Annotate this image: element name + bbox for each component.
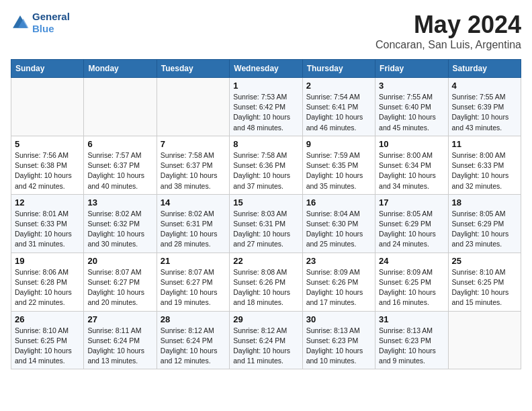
header-day-wednesday: Wednesday — [230, 60, 302, 78]
day-info: Sunrise: 8:05 AM Sunset: 6:29 PM Dayligh… — [452, 209, 517, 250]
header-day-monday: Monday — [84, 60, 157, 78]
day-number: 6 — [87, 139, 152, 149]
calendar-cell: 17Sunrise: 8:05 AM Sunset: 6:29 PM Dayli… — [375, 194, 448, 253]
calendar-table: SundayMondayTuesdayWednesdayThursdayFrid… — [11, 59, 521, 369]
day-info: Sunrise: 8:05 AM Sunset: 6:29 PM Dayligh… — [379, 209, 444, 250]
day-info: Sunrise: 8:07 AM Sunset: 6:27 PM Dayligh… — [87, 267, 152, 308]
calendar-cell: 26Sunrise: 8:10 AM Sunset: 6:25 PM Dayli… — [11, 311, 84, 369]
day-info: Sunrise: 7:58 AM Sunset: 6:37 PM Dayligh… — [161, 150, 226, 191]
day-number: 16 — [306, 197, 371, 208]
calendar-cell: 16Sunrise: 8:04 AM Sunset: 6:30 PM Dayli… — [302, 194, 375, 253]
calendar-cell: 9Sunrise: 7:59 AM Sunset: 6:35 PM Daylig… — [302, 136, 375, 194]
calendar-cell: 14Sunrise: 8:02 AM Sunset: 6:31 PM Dayli… — [157, 194, 229, 253]
day-info: Sunrise: 8:13 AM Sunset: 6:23 PM Dayligh… — [379, 326, 444, 367]
calendar-cell: 13Sunrise: 8:02 AM Sunset: 6:32 PM Dayli… — [84, 194, 157, 253]
calendar-cell: 21Sunrise: 8:07 AM Sunset: 6:27 PM Dayli… — [157, 253, 229, 311]
header-day-saturday: Saturday — [448, 60, 521, 78]
logo-text-line1: General — [32, 11, 70, 23]
day-number: 8 — [233, 139, 298, 149]
day-number: 28 — [161, 314, 226, 324]
calendar-week-row: 1Sunrise: 7:53 AM Sunset: 6:42 PM Daylig… — [11, 78, 521, 136]
day-number: 31 — [379, 314, 444, 324]
calendar-cell: 4Sunrise: 7:55 AM Sunset: 6:39 PM Daylig… — [448, 78, 521, 136]
day-number: 11 — [452, 139, 517, 149]
calendar-cell: 15Sunrise: 8:03 AM Sunset: 6:31 PM Dayli… — [230, 194, 302, 253]
calendar-cell: 10Sunrise: 8:00 AM Sunset: 6:34 PM Dayli… — [375, 136, 448, 194]
header-day-friday: Friday — [375, 60, 448, 78]
page-title: May 2024 — [375, 11, 521, 39]
page-subtitle: Concaran, San Luis, Argentina — [375, 39, 521, 51]
day-number: 23 — [306, 256, 371, 266]
header-day-thursday: Thursday — [302, 60, 375, 78]
logo: General Blue — [11, 11, 70, 35]
calendar-cell: 2Sunrise: 7:54 AM Sunset: 6:41 PM Daylig… — [302, 78, 375, 136]
calendar-week-row: 12Sunrise: 8:01 AM Sunset: 6:33 PM Dayli… — [11, 194, 521, 253]
day-info: Sunrise: 7:53 AM Sunset: 6:42 PM Dayligh… — [233, 92, 298, 133]
day-number: 30 — [306, 314, 371, 324]
day-info: Sunrise: 8:02 AM Sunset: 6:32 PM Dayligh… — [87, 209, 152, 250]
day-number: 20 — [87, 256, 152, 266]
calendar-header-row: SundayMondayTuesdayWednesdayThursdayFrid… — [11, 60, 521, 78]
day-info: Sunrise: 7:59 AM Sunset: 6:35 PM Dayligh… — [306, 150, 371, 191]
day-info: Sunrise: 8:04 AM Sunset: 6:30 PM Dayligh… — [306, 209, 371, 250]
calendar-week-row: 5Sunrise: 7:56 AM Sunset: 6:38 PM Daylig… — [11, 136, 521, 194]
calendar-cell — [84, 78, 157, 136]
day-number: 24 — [379, 256, 444, 266]
calendar-cell: 30Sunrise: 8:13 AM Sunset: 6:23 PM Dayli… — [302, 311, 375, 369]
day-info: Sunrise: 7:56 AM Sunset: 6:38 PM Dayligh… — [15, 150, 80, 191]
day-info: Sunrise: 8:00 AM Sunset: 6:33 PM Dayligh… — [452, 150, 517, 191]
calendar-cell: 3Sunrise: 7:55 AM Sunset: 6:40 PM Daylig… — [375, 78, 448, 136]
day-number: 7 — [161, 139, 226, 149]
calendar-cell: 18Sunrise: 8:05 AM Sunset: 6:29 PM Dayli… — [448, 194, 521, 253]
calendar-cell: 27Sunrise: 8:11 AM Sunset: 6:24 PM Dayli… — [84, 311, 157, 369]
calendar-cell: 20Sunrise: 8:07 AM Sunset: 6:27 PM Dayli… — [84, 253, 157, 311]
day-number: 29 — [233, 314, 298, 324]
day-info: Sunrise: 8:02 AM Sunset: 6:31 PM Dayligh… — [161, 209, 226, 250]
day-info: Sunrise: 7:55 AM Sunset: 6:39 PM Dayligh… — [452, 92, 517, 133]
calendar-cell: 7Sunrise: 7:58 AM Sunset: 6:37 PM Daylig… — [157, 136, 229, 194]
day-info: Sunrise: 8:06 AM Sunset: 6:28 PM Dayligh… — [15, 267, 80, 308]
calendar-cell: 8Sunrise: 7:58 AM Sunset: 6:36 PM Daylig… — [230, 136, 302, 194]
calendar-week-row: 19Sunrise: 8:06 AM Sunset: 6:28 PM Dayli… — [11, 253, 521, 311]
calendar-cell: 25Sunrise: 8:10 AM Sunset: 6:25 PM Dayli… — [448, 253, 521, 311]
day-number: 18 — [452, 197, 517, 208]
header-day-sunday: Sunday — [11, 60, 84, 78]
day-info: Sunrise: 8:09 AM Sunset: 6:25 PM Dayligh… — [379, 267, 444, 308]
calendar-cell: 23Sunrise: 8:09 AM Sunset: 6:26 PM Dayli… — [302, 253, 375, 311]
day-number: 13 — [87, 197, 152, 208]
title-area: May 2024 Concaran, San Luis, Argentina — [375, 11, 521, 51]
day-number: 5 — [15, 139, 80, 149]
calendar-week-row: 26Sunrise: 8:10 AM Sunset: 6:25 PM Dayli… — [11, 311, 521, 369]
header: General Blue May 2024 Concaran, San Luis… — [11, 11, 521, 51]
calendar-cell: 28Sunrise: 8:12 AM Sunset: 6:24 PM Dayli… — [157, 311, 229, 369]
day-number: 4 — [452, 81, 517, 91]
calendar-cell: 1Sunrise: 7:53 AM Sunset: 6:42 PM Daylig… — [230, 78, 302, 136]
day-info: Sunrise: 8:09 AM Sunset: 6:26 PM Dayligh… — [306, 267, 371, 308]
day-number: 2 — [306, 81, 371, 91]
calendar-cell — [157, 78, 229, 136]
day-number: 19 — [15, 256, 80, 266]
day-number: 26 — [15, 314, 80, 324]
day-number: 27 — [87, 314, 152, 324]
day-number: 17 — [379, 197, 444, 208]
day-info: Sunrise: 8:10 AM Sunset: 6:25 PM Dayligh… — [15, 326, 80, 367]
day-info: Sunrise: 8:03 AM Sunset: 6:31 PM Dayligh… — [233, 209, 298, 250]
calendar-cell: 31Sunrise: 8:13 AM Sunset: 6:23 PM Dayli… — [375, 311, 448, 369]
logo-text-line2: Blue — [32, 23, 70, 35]
day-info: Sunrise: 8:11 AM Sunset: 6:24 PM Dayligh… — [87, 326, 152, 367]
day-number: 21 — [161, 256, 226, 266]
header-day-tuesday: Tuesday — [157, 60, 229, 78]
day-info: Sunrise: 8:12 AM Sunset: 6:24 PM Dayligh… — [161, 326, 226, 367]
calendar-cell — [448, 311, 521, 369]
day-number: 15 — [233, 197, 298, 208]
day-info: Sunrise: 7:54 AM Sunset: 6:41 PM Dayligh… — [306, 92, 371, 133]
day-number: 3 — [379, 81, 444, 91]
logo-icon — [11, 13, 30, 32]
day-number: 9 — [306, 139, 371, 149]
day-number: 1 — [233, 81, 298, 91]
calendar-cell: 5Sunrise: 7:56 AM Sunset: 6:38 PM Daylig… — [11, 136, 84, 194]
day-number: 14 — [161, 197, 226, 208]
day-info: Sunrise: 8:13 AM Sunset: 6:23 PM Dayligh… — [306, 326, 371, 367]
day-info: Sunrise: 8:10 AM Sunset: 6:25 PM Dayligh… — [452, 267, 517, 308]
calendar-cell: 6Sunrise: 7:57 AM Sunset: 6:37 PM Daylig… — [84, 136, 157, 194]
